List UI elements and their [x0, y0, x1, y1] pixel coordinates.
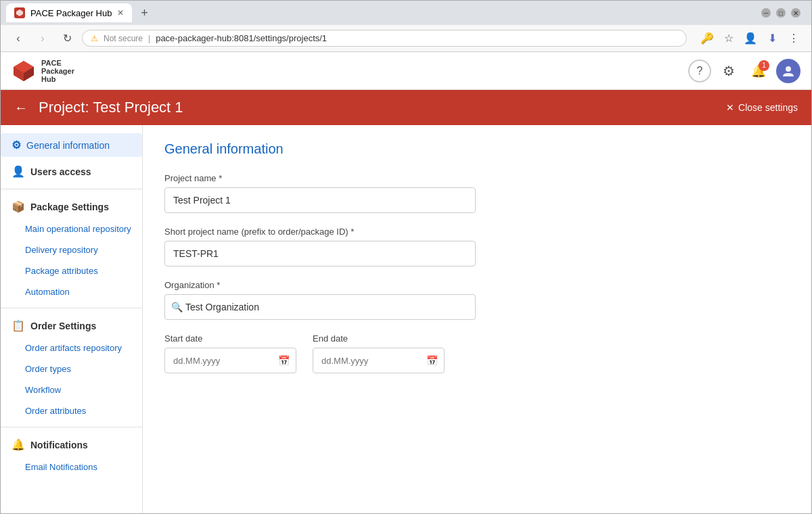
settings-gear-button[interactable]: ⚙	[717, 59, 741, 83]
svg-marker-0	[16, 9, 23, 16]
sidebar-package-settings-label: Package Settings	[30, 202, 109, 212]
notifications-icon: 🔔	[12, 438, 25, 451]
sidebar-users-access-label: Users access	[30, 166, 91, 177]
page-title: Project: Test Project 1	[39, 99, 715, 116]
sidebar-item-users-access[interactable]: 👤 Users access	[1, 160, 142, 183]
end-date-label: End date	[313, 333, 445, 344]
sidebar-notifications-header: 🔔 Notifications	[1, 433, 142, 457]
project-name-input[interactable]	[164, 187, 476, 213]
sidebar-package-settings-header: 📦 Package Settings	[1, 195, 142, 218]
sidebar-item-order-types[interactable]: Order types	[1, 358, 142, 379]
app-logo-text: PACE Packager Hub	[41, 59, 74, 83]
profile-button[interactable]: 👤	[741, 29, 760, 48]
security-warning-text: Not secure	[104, 34, 143, 43]
general-information-icon: ⚙	[12, 139, 21, 151]
page-header: ← Project: Test Project 1 ✕ Close settin…	[1, 90, 811, 125]
sidebar-item-order-artifacts-repository[interactable]: Order artifacts repository	[1, 337, 142, 358]
sidebar-order-settings-header: 📋 Order Settings	[1, 314, 142, 337]
tab-favicon	[14, 7, 25, 18]
forward-nav-button[interactable]: ›	[33, 29, 52, 48]
close-settings-x-icon: ✕	[726, 102, 734, 113]
url-bar[interactable]: ⚠ Not secure | pace-packager-hub:8081/se…	[82, 30, 687, 47]
start-date-calendar-icon[interactable]: 📅	[278, 355, 290, 366]
organization-search-icon: 🔍	[171, 302, 183, 312]
browser-tab[interactable]: PACE Packager Hub ✕	[6, 3, 132, 22]
app-logo: PACE Packager Hub	[12, 59, 74, 83]
sidebar-item-delivery-repository[interactable]: Delivery repository	[1, 239, 142, 260]
tab-title: PACE Packager Hub	[30, 8, 112, 18]
maximize-button[interactable]: □	[776, 8, 786, 18]
tab-close-button[interactable]: ✕	[117, 8, 124, 18]
project-name-group: Project name *	[164, 173, 790, 213]
bookmark-button[interactable]: ☆	[719, 29, 738, 48]
back-button[interactable]: ←	[14, 100, 28, 116]
url-text: pace-packager-hub:8081/settings/projects…	[156, 33, 327, 43]
organization-label: Organization *	[164, 280, 790, 290]
sidebar-order-settings-label: Order Settings	[30, 321, 96, 331]
package-settings-icon: 📦	[12, 200, 25, 213]
notification-badge: 1	[759, 60, 769, 71]
sidebar-general-information-label: General information	[26, 140, 110, 151]
sidebar-item-order-attributes[interactable]: Order attributes	[1, 400, 142, 421]
organization-input[interactable]	[164, 294, 476, 320]
close-settings-label: Close settings	[738, 102, 798, 113]
short-project-name-label: Short project name (prefix to order/pack…	[164, 227, 790, 237]
new-tab-button[interactable]: +	[135, 3, 154, 22]
close-settings-button[interactable]: ✕ Close settings	[726, 102, 798, 113]
end-date-input-wrapper: 📅	[313, 348, 445, 373]
short-project-name-group: Short project name (prefix to order/pack…	[164, 227, 790, 266]
organization-input-wrapper: 🔍	[164, 294, 476, 320]
sidebar-item-automation[interactable]: Automation	[1, 281, 142, 302]
help-button[interactable]: ?	[688, 60, 711, 83]
date-row: Start date 📅 End date 📅	[164, 333, 790, 373]
sidebar: ⚙ General information 👤 Users access 📦	[1, 125, 143, 513]
sidebar-item-main-operational-repository[interactable]: Main operational repository	[1, 218, 142, 239]
security-warning-icon: ⚠	[91, 34, 98, 43]
sidebar-notifications-label: Notifications	[30, 440, 88, 450]
refresh-button[interactable]: ↻	[58, 29, 76, 48]
start-date-group: Start date 📅	[164, 333, 296, 373]
minimize-button[interactable]: ─	[761, 8, 771, 18]
sidebar-item-package-attributes[interactable]: Package attributes	[1, 260, 142, 281]
start-date-input[interactable]	[164, 348, 296, 373]
main-content: General information Project name * Short…	[143, 125, 811, 513]
bookmark-key-button[interactable]: 🔑	[698, 29, 717, 48]
users-access-icon: 👤	[12, 165, 25, 178]
extension-button[interactable]: ⬇	[763, 29, 782, 48]
close-button[interactable]: ✕	[791, 8, 800, 18]
menu-button[interactable]: ⋮	[784, 29, 803, 48]
sidebar-item-general-information[interactable]: ⚙ General information	[1, 133, 142, 157]
organization-group: Organization * 🔍	[164, 280, 790, 320]
project-name-label: Project name *	[164, 173, 790, 183]
sidebar-item-email-notifications[interactable]: Email Notifications	[1, 457, 142, 477]
end-date-input[interactable]	[313, 348, 445, 373]
short-project-name-input[interactable]	[164, 241, 476, 266]
svg-point-5	[786, 66, 791, 72]
end-date-group: End date 📅	[313, 333, 445, 373]
order-settings-icon: 📋	[12, 319, 25, 332]
section-title: General information	[164, 141, 790, 157]
start-date-label: Start date	[164, 333, 296, 344]
back-nav-button[interactable]: ‹	[9, 29, 28, 48]
end-date-calendar-icon[interactable]: 📅	[426, 355, 438, 366]
sidebar-item-workflow[interactable]: Workflow	[1, 379, 142, 400]
start-date-input-wrapper: 📅	[164, 348, 296, 373]
user-avatar-button[interactable]	[776, 59, 800, 83]
